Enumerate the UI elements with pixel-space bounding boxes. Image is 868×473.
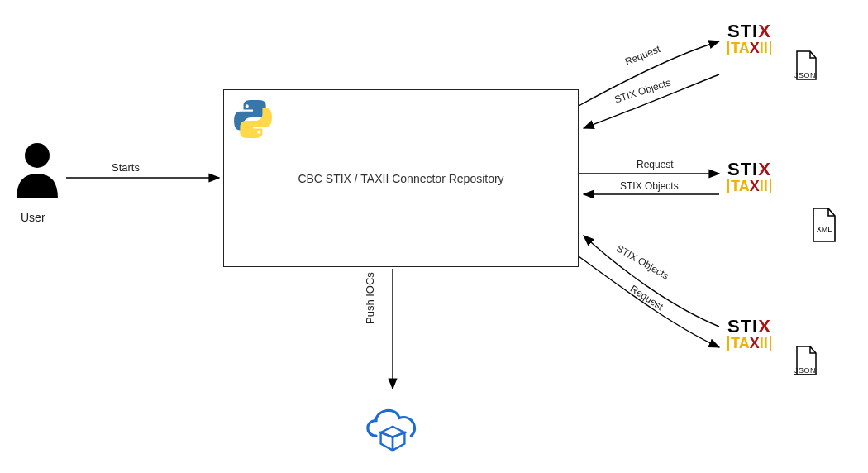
stix-prefix: STI xyxy=(727,316,758,337)
file-label-top: JSON xyxy=(794,71,816,79)
stix-label: STIX xyxy=(727,23,810,41)
taxii-label: TAXII xyxy=(727,41,771,55)
taxii-prefix: TA xyxy=(731,40,750,56)
center-box-title: CBC STIX / TAXII Connector Repository xyxy=(224,90,578,266)
stix-prefix: STI xyxy=(727,21,758,41)
user-icon xyxy=(12,141,62,203)
taxii-label: TAXII xyxy=(727,336,771,351)
edge-label-mid-request: Request xyxy=(637,159,674,170)
stix-prefix: STI xyxy=(727,159,758,179)
taxii-prefix: TA xyxy=(731,178,750,194)
edge-label-starts: Starts xyxy=(112,161,140,174)
connector-repository-box: CBC STIX / TAXII Connector Repository xyxy=(223,89,579,267)
taxii-x: X xyxy=(750,335,760,351)
taxii-prefix: TA xyxy=(731,335,750,351)
edge-label-push: Push IOCs xyxy=(364,272,376,324)
edge-label-mid-response: STIX Objects xyxy=(620,180,679,192)
stix-label: STIX xyxy=(727,161,810,179)
taxii-suffix: II xyxy=(760,178,768,194)
architecture-diagram: Starts Push IOCs Request STIX Objects Re… xyxy=(0,0,868,473)
file-label-bottom: JSON xyxy=(794,366,816,375)
taxii-suffix: II xyxy=(760,40,768,56)
taxii-x: X xyxy=(750,178,760,194)
stix-x: X xyxy=(758,159,771,179)
svg-point-4 xyxy=(25,143,50,168)
taxii-label: TAXII xyxy=(727,179,771,194)
file-label-middle: XML xyxy=(817,225,832,233)
taxii-x: X xyxy=(750,40,760,56)
taxii-suffix: II xyxy=(760,335,768,351)
stix-x: X xyxy=(758,21,771,41)
file-icon-bottom: JSON xyxy=(794,345,818,380)
stix-label: STIX xyxy=(727,318,810,336)
cbc-cloud-icon xyxy=(360,397,426,455)
file-icon-top: JSON xyxy=(794,50,818,84)
file-icon-middle: XML XML xyxy=(810,207,838,246)
stix-x: X xyxy=(758,316,771,337)
stix-taxii-target-middle: STIX TAXII xyxy=(727,161,810,194)
user-caption: User xyxy=(21,211,45,224)
